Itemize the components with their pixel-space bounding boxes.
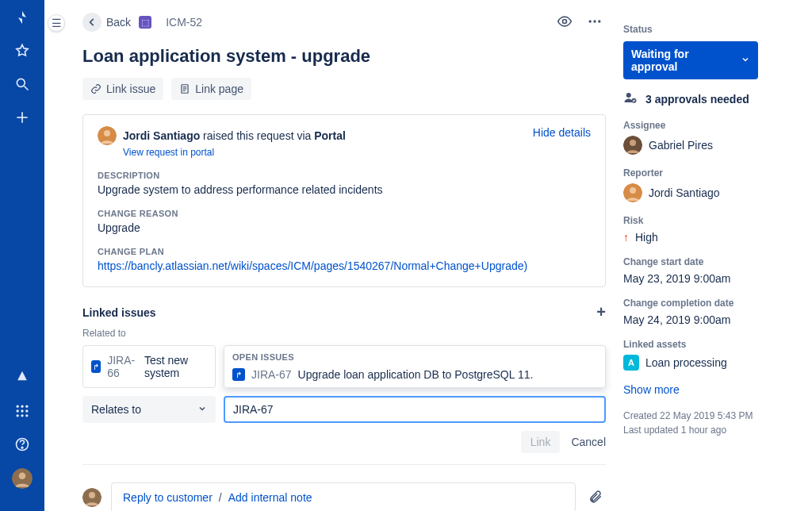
issue-suggestion[interactable]: ↱ JIRA-67 Upgrade loan application DB to… — [224, 362, 605, 387]
svg-point-11 — [21, 414, 23, 417]
chevron-down-icon — [197, 403, 207, 416]
svg-point-28 — [89, 492, 95, 498]
svg-point-7 — [17, 409, 19, 412]
change-plan-link[interactable]: https://bancly.atlassian.net/wiki/spaces… — [98, 259, 591, 272]
assignee-name[interactable]: Gabriel Pires — [649, 139, 713, 152]
request-details-panel: Jordi Santiago raised this request via P… — [82, 114, 606, 287]
back-label: Back — [106, 16, 131, 29]
linked-issues-heading: Linked issues — [82, 306, 156, 319]
attach-icon[interactable] — [585, 486, 606, 509]
risk-value: High — [635, 231, 658, 244]
svg-point-17 — [563, 19, 567, 23]
raised-by-line: Jordi Santiago raised this request via P… — [123, 129, 346, 142]
svg-point-10 — [17, 414, 19, 417]
linked-issue-key: JIRA-66 — [107, 354, 138, 379]
reporter-label: Reporter — [623, 167, 798, 179]
issue-key[interactable]: ICM-52 — [166, 16, 202, 29]
status-value: Waiting for approval — [631, 48, 734, 73]
svg-point-8 — [21, 409, 23, 412]
view-in-portal-link[interactable]: View request in portal — [123, 147, 591, 158]
svg-point-29 — [626, 93, 631, 98]
issue-picker-popup: Open issues ↱ JIRA-67 Upgrade loan appli… — [224, 345, 606, 388]
linked-issue-summary: Test new system — [144, 354, 207, 379]
approvals-needed[interactable]: 3 approvals needed — [645, 93, 749, 106]
svg-point-34 — [630, 187, 636, 194]
help-icon[interactable] — [13, 435, 32, 454]
risk-high-icon: ↑ — [623, 231, 629, 244]
star-icon[interactable] — [13, 41, 32, 60]
related-to-label: Related to — [82, 328, 606, 339]
status-label: Status — [623, 24, 798, 35]
watch-icon[interactable] — [553, 10, 576, 35]
global-nav — [0, 0, 44, 511]
assignee-label: Assignee — [623, 120, 798, 131]
show-more-link[interactable]: Show more — [623, 383, 798, 396]
approval-icon — [623, 90, 638, 107]
user-avatar[interactable] — [12, 468, 33, 489]
requester-avatar — [98, 126, 117, 145]
svg-point-12 — [25, 414, 28, 417]
menu-icon[interactable]: ☰ — [48, 14, 65, 32]
hide-details-link[interactable]: Hide details — [533, 126, 591, 139]
app-logo-icon[interactable] — [13, 8, 32, 27]
change-reason-label: Change reason — [98, 209, 591, 218]
asset-name[interactable]: Loan processing — [645, 356, 727, 369]
reporter-name[interactable]: Jordi Santiago — [649, 186, 720, 199]
status-dropdown[interactable]: Waiting for approval — [623, 41, 758, 79]
link-submit-button[interactable]: Link — [521, 431, 561, 453]
description-label: Description — [98, 171, 591, 180]
create-icon[interactable] — [13, 108, 32, 127]
linked-issue-chip[interactable]: ↱ JIRA-66 Test new system — [82, 345, 216, 388]
svg-point-0 — [17, 79, 25, 86]
suggestion-summary: Upgrade loan application DB to PostgreSQ… — [298, 368, 534, 381]
svg-point-5 — [21, 405, 23, 408]
search-icon[interactable] — [13, 75, 32, 94]
link-issue-label: Link issue — [106, 83, 155, 95]
svg-point-18 — [589, 20, 592, 22]
risk-label: Risk — [623, 215, 798, 226]
svg-point-6 — [25, 405, 28, 408]
link-issue-button[interactable]: Link issue — [82, 78, 163, 100]
description-value: Upgrade system to address performance re… — [98, 183, 591, 196]
notification-icon[interactable] — [13, 368, 32, 387]
issue-link-icon: ↱ — [232, 368, 245, 381]
assignee-avatar — [623, 136, 642, 155]
page-icon — [179, 83, 190, 94]
app-switcher-icon[interactable] — [13, 402, 32, 421]
relation-type-select[interactable]: Relates to — [82, 396, 216, 423]
svg-point-14 — [21, 447, 23, 448]
relation-type-value: Relates to — [91, 403, 141, 416]
svg-point-20 — [598, 20, 600, 22]
updated-meta: Last updated 1 hour ago — [623, 423, 798, 437]
back-button[interactable]: Back — [82, 13, 131, 32]
agent-avatar — [82, 488, 102, 507]
link-cancel-button[interactable]: Cancel — [571, 436, 606, 448]
issue-type-icon: ⬚ — [139, 16, 151, 29]
svg-point-26 — [104, 130, 110, 136]
arrow-left-icon — [82, 13, 102, 32]
sidebar-toggle[interactable]: ☰ — [44, 0, 68, 511]
link-page-button[interactable]: Link page — [171, 78, 251, 100]
link-icon — [90, 83, 102, 94]
more-actions-icon[interactable] — [584, 10, 606, 35]
linked-assets-label: Linked assets — [623, 339, 798, 350]
issue-sidebar: Status Waiting for approval 3 approvals … — [623, 6, 798, 511]
add-internal-note-tab[interactable]: Add internal note — [228, 491, 312, 504]
svg-point-16 — [19, 472, 26, 479]
change-end-label: Change completion date — [623, 298, 798, 309]
open-issues-heading: Open issues — [224, 346, 605, 362]
suggestion-key: JIRA-67 — [251, 368, 292, 381]
svg-point-19 — [593, 20, 596, 22]
change-start-value: May 23, 2019 9:00am — [623, 272, 798, 285]
change-start-label: Change start date — [623, 256, 798, 267]
svg-point-4 — [17, 405, 19, 408]
reporter-avatar — [623, 183, 642, 202]
reply-customer-tab[interactable]: Reply to customer — [123, 491, 213, 504]
issue-link-icon: ↱ — [91, 360, 101, 373]
link-issue-input[interactable] — [224, 396, 606, 423]
add-linked-issue-button[interactable]: + — [596, 303, 606, 321]
asset-icon: A — [623, 355, 639, 371]
svg-point-9 — [25, 409, 28, 412]
svg-point-32 — [630, 140, 636, 146]
reply-box[interactable]: Reply to customer / Add internal note — [111, 482, 576, 511]
